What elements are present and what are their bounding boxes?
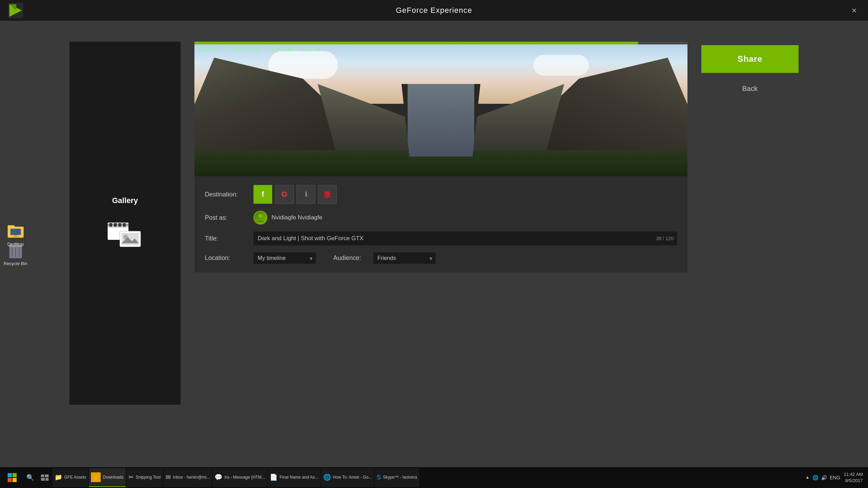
back-button[interactable]: Back: [701, 78, 799, 99]
systray-network: 🌐: [812, 475, 818, 480]
taskbar-search[interactable]: 🔍: [23, 467, 37, 488]
recycle-bin-label: Recycle Bin: [4, 261, 28, 266]
gallery-icon: [104, 216, 146, 250]
svg-rect-34: [45, 478, 49, 481]
gallery-panel: Gallery: [69, 42, 181, 405]
systray-icons: ▲ 🌐 🔊 ENG: [806, 475, 840, 480]
ira-icon: 💬: [215, 473, 222, 481]
recycle-bin-icon[interactable]: Recycle Bin: [2, 242, 30, 266]
location-select[interactable]: My timeline Friend's timeline Group: [253, 252, 316, 264]
svg-rect-11: [14, 243, 18, 246]
systray-lang: ENG: [830, 475, 840, 480]
svg-rect-20: [118, 223, 121, 227]
svg-rect-6: [10, 229, 21, 235]
progress-bar: [194, 42, 687, 44]
center-panel: Launcher 4 · 08/05.2017 · 1920×1000 · 3:…: [194, 42, 687, 405]
title-input[interactable]: [253, 232, 677, 245]
taskbar-clock[interactable]: 11:42 AM 8/5/2017: [844, 471, 863, 484]
post-as-name: Nvidiagfe Nvidiagfe: [272, 214, 322, 221]
systray: ▲ 🌐 🔊 ENG 11:42 AM 8/5/2017: [802, 471, 866, 484]
gallery-title: Gallery: [112, 196, 138, 205]
svg-rect-19: [114, 223, 117, 227]
desktop-folder-icon: [7, 222, 24, 239]
systray-expand[interactable]: ▲: [806, 475, 810, 480]
taskbar-item-ira[interactable]: 💬 Ira - Message (HTM...: [212, 468, 267, 487]
svg-rect-30: [12, 478, 17, 482]
app-logo: [7, 2, 24, 19]
audience-select[interactable]: Friends Public Only me: [373, 252, 436, 264]
title-counter: 38 / 120: [656, 236, 674, 241]
downloads-label: Downloads: [103, 475, 123, 480]
downloads-icon: ↓: [91, 472, 101, 482]
skype-label: Skype™ - lanivera: [383, 475, 417, 480]
gfe-assets-label: GFE Assets: [64, 475, 86, 480]
app-title: GeForce Experience: [396, 6, 472, 15]
snipping-tool-icon: ✂: [128, 473, 134, 481]
recycle-bin-img: [7, 242, 24, 259]
svg-rect-33: [41, 478, 45, 481]
svg-rect-31: [41, 474, 44, 477]
title-row: Title: 38 / 120: [205, 232, 677, 245]
weibo-button[interactable]: 微: [318, 185, 337, 204]
svg-rect-29: [8, 478, 12, 482]
facebook-button[interactable]: f: [253, 185, 272, 204]
audience-label: Audience:: [333, 254, 361, 262]
audience-select-wrapper: Friends Public Only me: [373, 252, 436, 264]
start-button[interactable]: [2, 467, 23, 488]
location-audience-row: Location: My timeline Friend's timeline …: [205, 252, 677, 264]
screenshot-watermark: Launcher 4 · 08/05.2017 · 1920×1000 · 3:…: [198, 47, 320, 52]
clock-date: 8/5/2017: [844, 478, 863, 484]
task-view-button[interactable]: [38, 467, 52, 488]
weibo-icon: 微: [324, 190, 331, 199]
location-select-wrapper: My timeline Friend's timeline Group: [253, 252, 316, 264]
taskbar-item-downloads[interactable]: ↓ Downloads: [89, 468, 125, 487]
close-button[interactable]: ×: [847, 3, 861, 17]
systray-sound: 🔊: [821, 475, 827, 480]
taskbar-item-snipping[interactable]: ✂ Snipping Tool: [126, 468, 163, 487]
post-as-label: Post as:: [205, 214, 247, 221]
taskbar-item-gfe-assets[interactable]: 📁 GFE Assets: [52, 468, 88, 487]
final-name-icon: 📄: [270, 473, 277, 481]
destination-row: Destination: f G ℹ 微: [205, 185, 677, 204]
share-button[interactable]: Share: [701, 45, 799, 73]
svg-rect-8: [12, 236, 19, 237]
main-content: Gallery: [0, 21, 868, 426]
taskbar: 🔍 📁 GFE Assets ↓ Downloads ✂ Snipping To…: [0, 467, 868, 488]
howto-label: How To: Ansel - Go...: [333, 475, 372, 480]
facebook-icon: f: [261, 190, 264, 199]
post-as-row: Post as: Nvidiagfe Nvidiagfe: [205, 211, 677, 225]
google-icon: G: [281, 190, 287, 199]
baidu-icon: ℹ: [305, 191, 307, 198]
progress-fill: [194, 42, 638, 44]
titlebar: GeForce Experience ×: [0, 0, 868, 21]
svg-rect-28: [12, 473, 17, 477]
screenshot-image: Launcher 4 · 08/05.2017 · 1920×1000 · 3:…: [194, 44, 687, 176]
baidu-button[interactable]: ℹ: [297, 185, 315, 204]
destination-buttons: f G ℹ 微: [253, 185, 337, 204]
svg-rect-18: [109, 223, 112, 227]
final-name-label: Final Name and As...: [279, 475, 318, 480]
right-panel: Share Back: [701, 42, 799, 405]
inbox-icon: ✉: [166, 473, 171, 481]
taskbar-item-final-name[interactable]: 📄 Final Name and As...: [268, 468, 320, 487]
ira-label: Ira - Message (HTM...: [224, 475, 265, 480]
screenshot-container: Launcher 4 · 08/05.2017 · 1920×1000 · 3:…: [194, 44, 687, 176]
svg-rect-21: [123, 223, 126, 227]
clock-time: 11:42 AM: [844, 471, 863, 478]
gfe-assets-icon: 📁: [55, 473, 62, 481]
svg-rect-27: [8, 473, 12, 477]
location-label: Location:: [205, 254, 247, 262]
inbox-label: Inbox - henlin@mi...: [173, 475, 210, 480]
taskbar-item-howto[interactable]: 🌐 How To: Ansel - Go...: [321, 468, 374, 487]
post-as-container: Nvidiagfe Nvidiagfe: [253, 211, 677, 225]
avatar: [253, 211, 267, 225]
desktop-area: Desktop Recycle Bin Gallery: [0, 21, 868, 467]
svg-point-26: [258, 214, 262, 218]
title-label: Title:: [205, 235, 247, 242]
google-button[interactable]: G: [275, 185, 294, 204]
taskbar-item-skype[interactable]: S Skype™ - lanivera: [375, 468, 419, 487]
title-field-container: 38 / 120: [253, 232, 677, 245]
snipping-label: Snipping Tool: [136, 475, 161, 480]
taskbar-item-inbox[interactable]: ✉ Inbox - henlin@mi...: [164, 468, 212, 487]
destination-label: Destination:: [205, 191, 247, 198]
